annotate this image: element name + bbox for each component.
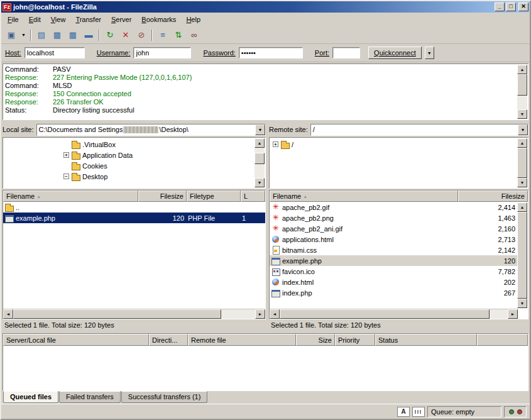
tree-item-cookies[interactable]: Cookies	[4, 160, 254, 171]
local-file-list: Filename▲ Filesize Filetype L .. example…	[3, 190, 266, 319]
toggle-local-tree-button[interactable]: ▦	[50, 28, 65, 42]
file-row[interactable]: favicon.ico 7,782	[270, 266, 518, 277]
sync-browsing-button[interactable]: ⇅	[171, 28, 186, 42]
menu-bookmarks[interactable]: Bookmarks	[136, 14, 181, 25]
site-manager-dropdown-button[interactable]: ▼	[19, 28, 28, 42]
collapse-icon[interactable]: −	[63, 174, 69, 179]
refresh-icon: ↻	[107, 30, 114, 40]
toggle-message-log-button[interactable]: ▤	[34, 28, 49, 42]
tree-label: Cookies	[82, 162, 107, 170]
menu-transfer[interactable]: Transfer	[70, 14, 106, 25]
username-input[interactable]	[133, 47, 191, 58]
tree-vertical-scrollbar[interactable]: ▲ ▼	[255, 138, 265, 187]
file-row[interactable]: applications.html 2,713	[270, 234, 518, 245]
scroll-down-button[interactable]: ▼	[255, 178, 265, 187]
file-row-example-php[interactable]: example.php 120 PHP File 1	[3, 213, 265, 223]
scroll-up-button[interactable]: ▲	[517, 65, 527, 74]
tab-successful-transfers[interactable]: Successful transfers (1)	[121, 391, 208, 403]
port-input[interactable]	[332, 47, 360, 58]
menu-server[interactable]: Server	[106, 14, 136, 25]
local-site-combobox[interactable]: C:\Documents and Settings\Desktop\ ▼	[36, 124, 266, 136]
tree-item-application-data[interactable]: +Application Data	[4, 150, 254, 160]
column-label: Priority	[338, 336, 359, 344]
disconnect-button[interactable]: ⊘	[134, 28, 149, 42]
toggle-remote-tree-button[interactable]: ▦	[65, 28, 80, 42]
column-header-remote-file[interactable]: Remote file	[188, 334, 296, 346]
scroll-down-button[interactable]: ▼	[517, 178, 527, 187]
log-vertical-scrollbar[interactable]: ▲ ▼	[517, 65, 527, 119]
host-input[interactable]	[25, 47, 85, 58]
keypad-icon[interactable]	[412, 407, 425, 417]
scroll-left-button[interactable]: ◄	[270, 309, 280, 319]
scroll-up-button[interactable]: ▲	[517, 138, 527, 148]
column-header-filetype[interactable]: Filetype	[187, 191, 241, 202]
file-row-parent-dir[interactable]: ..	[3, 202, 265, 213]
remote-site-combobox[interactable]: / ▼	[310, 124, 528, 136]
title-bar[interactable]: Fz john@localhost - FileZilla _ □ ✕	[1, 1, 530, 13]
expand-icon[interactable]: +	[63, 152, 69, 158]
remote-vertical-scrollbar[interactable]: ▲ ▼	[517, 202, 527, 308]
column-header-size[interactable]: Size	[296, 334, 335, 346]
ico-file-icon	[271, 267, 280, 275]
scroll-up-button[interactable]: ▲	[255, 138, 265, 148]
combo-dropdown-button[interactable]: ▼	[518, 124, 528, 135]
tab-queued-files[interactable]: Queued files	[3, 391, 58, 403]
quickconnect-dropdown-button[interactable]: ▼	[425, 47, 434, 59]
refresh-button[interactable]: ↻	[102, 28, 118, 42]
local-list-header: Filename▲ Filesize Filetype L	[3, 191, 265, 202]
cancel-button[interactable]: ✕	[118, 28, 133, 42]
log-text: 150 Connection accepted	[53, 90, 131, 98]
log-type: Response:	[5, 98, 53, 106]
scroll-right-button[interactable]: ►	[255, 309, 265, 319]
file-row[interactable]: index.html 202	[270, 277, 518, 287]
toggle-queue-button[interactable]: ▬	[81, 28, 96, 42]
local-horizontal-scrollbar[interactable]: ◄ ►	[3, 309, 265, 319]
tab-failed-transfers[interactable]: Failed transfers	[59, 391, 121, 403]
close-button[interactable]: ✕	[518, 3, 528, 11]
scroll-down-button[interactable]: ▼	[517, 299, 527, 308]
expand-icon[interactable]: +	[273, 141, 278, 147]
file-row[interactable]: ✳apache_pb2_ani.gif 2,160	[270, 223, 518, 234]
html-file-icon	[271, 235, 280, 243]
column-header-priority[interactable]: Priority	[335, 334, 375, 346]
tree-vertical-scrollbar[interactable]: ▲ ▼	[517, 138, 527, 187]
file-row[interactable]: index.php 267	[270, 287, 518, 298]
tree-item-virtualbox[interactable]: .VirtualBox	[4, 139, 254, 150]
column-header-filesize[interactable]: Filesize	[138, 191, 187, 202]
column-header-lastmodified[interactable]: L	[241, 191, 265, 202]
menu-file[interactable]: File	[3, 14, 24, 25]
minimize-button[interactable]: _	[495, 3, 505, 11]
file-row[interactable]: ✳apache_pb2.png 1,463	[270, 213, 518, 223]
password-input[interactable]	[239, 47, 303, 58]
column-header-filename[interactable]: Filename▲	[3, 191, 138, 202]
column-header-server-local-file[interactable]: Server/Local file	[3, 334, 149, 346]
file-row[interactable]: ✳apache_pb2.gif 2,414	[270, 202, 518, 213]
file-row[interactable]: bitnami.css 2,142	[270, 245, 518, 255]
directory-comparison-button[interactable]: ≡	[155, 28, 170, 42]
tree-item-desktop[interactable]: −Desktop	[4, 171, 254, 182]
column-header-filename[interactable]: Filename▲	[270, 191, 458, 202]
combo-dropdown-button[interactable]: ▼	[255, 124, 265, 135]
queue-body[interactable]	[3, 346, 528, 390]
scroll-up-button[interactable]: ▲	[517, 202, 527, 212]
remote-directory-tree: +/ ▲ ▼	[269, 137, 528, 189]
menu-edit[interactable]: Edit	[24, 14, 46, 25]
site-manager-button[interactable]: ▣	[4, 28, 19, 42]
menu-view[interactable]: View	[46, 14, 71, 25]
tree-item-root[interactable]: +/	[271, 139, 517, 150]
column-header-direction[interactable]: Directi...	[149, 334, 188, 346]
menu-help[interactable]: Help	[181, 14, 205, 25]
transfer-type-icon[interactable]: A	[397, 407, 410, 417]
log-line: Response:226 Transfer OK	[5, 98, 517, 106]
maximize-button[interactable]: □	[506, 3, 516, 11]
find-files-button[interactable]: ∞	[187, 28, 202, 42]
column-header-status[interactable]: Status	[375, 334, 477, 346]
quickconnect-button[interactable]: Quickconnect	[368, 47, 422, 59]
file-name: apache_pb2_ani.gif	[282, 225, 342, 233]
scroll-left-button[interactable]: ◄	[3, 309, 13, 319]
file-row-example-php[interactable]: example.php 120	[270, 255, 518, 266]
scroll-right-button[interactable]: ►	[508, 309, 518, 319]
scroll-down-button[interactable]: ▼	[517, 109, 527, 119]
column-header-filesize[interactable]: Filesize	[458, 191, 528, 202]
remote-horizontal-scrollbar[interactable]: ◄ ►	[270, 309, 518, 319]
